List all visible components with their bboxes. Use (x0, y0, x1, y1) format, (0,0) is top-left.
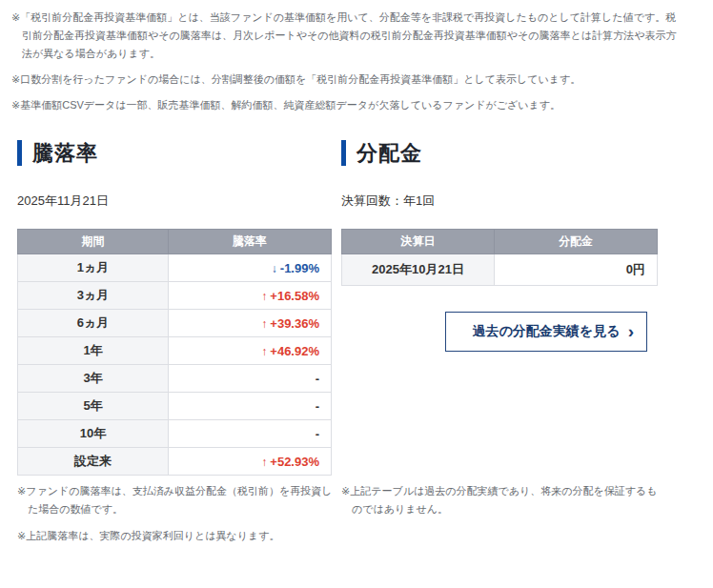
distribution-footnote: ※上記テーブルは過去の分配実績であり、将来の分配を保証するものではありません。 (341, 482, 660, 518)
top-note: ※口数分割を行ったファンドの場合には、分割調整後の価額を「税引前分配金再投資基準… (11, 71, 681, 89)
table-row: 1年 ↑+46.92% (18, 337, 332, 365)
top-note: ※基準価額CSVデータは一部、販売基準価額、解約価額、純資産総額データが欠落して… (11, 96, 681, 114)
fluctuation-footnotes: ※ファンドの騰落率は、支払済み収益分配金（税引前）を再投資した場合の数値です。 … (17, 482, 339, 554)
up-arrow-icon: ↑ (261, 345, 267, 358)
rate-cell: - (169, 393, 332, 420)
distribution-frequency: 決算回数：年1回 (341, 193, 658, 210)
period-cell: 3年 (18, 365, 169, 393)
fluctuation-section-title: 騰落率 (17, 140, 332, 166)
down-arrow-icon: ↓ (272, 262, 277, 275)
period-cell: 5年 (18, 393, 169, 420)
distribution-section: 分配金 決算回数：年1回 決算日 分配金 2025年10月21日 0円 過去の分… (341, 133, 658, 352)
top-note: ※「税引前分配金再投資基準価額」とは、当該ファンドの基準価額を用いて、分配金等を… (11, 9, 681, 63)
fluctuation-col-header-rate: 騰落率 (169, 230, 332, 254)
chevron-right-icon: › (628, 321, 634, 342)
up-arrow-icon: ↑ (261, 290, 267, 303)
period-cell: 10年 (18, 420, 169, 448)
past-distribution-history-label: 過去の分配金実績を見る (473, 323, 621, 338)
fluctuation-footnote: ※上記騰落率は、実際の投資家利回りとは異なります。 (17, 527, 339, 545)
distribution-col-header-amount: 分配金 (495, 230, 658, 254)
rate-value: +52.93% (270, 455, 319, 469)
rate-value: -1.99% (280, 261, 319, 275)
period-cell: 6ヵ月 (18, 310, 169, 337)
table-row: 10年 - (18, 420, 332, 448)
table-row: 3ヵ月 ↑+16.58% (18, 282, 332, 310)
rate-cell: - (169, 365, 332, 393)
settlement-date-cell: 2025年10月21日 (342, 254, 495, 286)
page-top-notes: ※「税引前分配金再投資基準価額」とは、当該ファンドの基準価額を用いて、分配金等を… (11, 9, 681, 122)
distribution-table: 決算日 分配金 2025年10月21日 0円 (341, 229, 658, 286)
period-cell: 設定来 (18, 448, 169, 476)
table-row: 3年 - (18, 365, 332, 393)
rate-cell: ↑+52.93% (169, 448, 332, 476)
rate-value: - (316, 427, 319, 441)
rate-value: +39.36% (270, 316, 319, 331)
rate-cell: ↑+39.36% (169, 310, 332, 337)
up-arrow-icon: ↑ (261, 317, 267, 331)
table-header-row: 決算日 分配金 (342, 230, 658, 254)
period-cell: 1年 (18, 337, 169, 365)
distribution-col-header-date: 決算日 (342, 230, 495, 254)
table-row: 2025年10月21日 0円 (342, 254, 658, 286)
period-cell: 1ヵ月 (18, 254, 169, 282)
table-row: 1ヵ月 ↓-1.99% (18, 254, 332, 282)
table-row: 5年 - (18, 393, 332, 420)
rate-cell: ↓-1.99% (169, 254, 332, 282)
distribution-amount-cell: 0円 (495, 254, 658, 286)
rate-value: - (316, 399, 319, 414)
fluctuation-as-of-date: 2025年11月21日 (17, 193, 332, 210)
past-distribution-history-button[interactable]: 過去の分配金実績を見る › (445, 312, 647, 352)
distribution-section-title: 分配金 (341, 140, 658, 166)
fluctuation-col-header-period: 期間 (18, 230, 169, 254)
fluctuation-section: 騰落率 2025年11月21日 期間 騰落率 1ヵ月 ↓-1.99% 3ヵ月 ↑… (17, 133, 332, 476)
rate-cell: ↑+46.92% (169, 337, 332, 365)
table-row: 6ヵ月 ↑+39.36% (18, 310, 332, 337)
fluctuation-table: 期間 騰落率 1ヵ月 ↓-1.99% 3ヵ月 ↑+16.58% 6ヵ月 ↑+39… (17, 229, 332, 476)
distribution-footnotes: ※上記テーブルは過去の分配実績であり、将来の分配を保証するものではありません。 (341, 482, 660, 527)
rate-cell: - (169, 420, 332, 448)
rate-value: +46.92% (270, 344, 319, 358)
table-header-row: 期間 騰落率 (18, 230, 332, 254)
up-arrow-icon: ↑ (261, 456, 267, 469)
rate-value: - (316, 372, 319, 386)
rate-cell: ↑+16.58% (169, 282, 332, 310)
table-row: 設定来 ↑+52.93% (18, 448, 332, 476)
rate-value: +16.58% (270, 289, 319, 303)
fluctuation-footnote: ※ファンドの騰落率は、支払済み収益分配金（税引前）を再投資した場合の数値です。 (17, 482, 339, 518)
period-cell: 3ヵ月 (18, 282, 169, 310)
